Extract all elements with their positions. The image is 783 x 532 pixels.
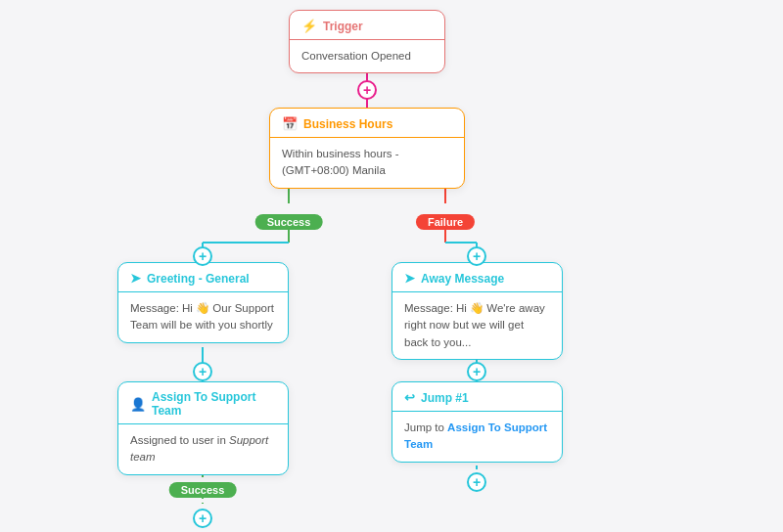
- assign-title: Assign To Support Team: [152, 390, 276, 418]
- success-badge-bottom: Success: [169, 482, 237, 498]
- success-badge: Success: [255, 214, 323, 230]
- plus-after-greeting[interactable]: +: [193, 362, 212, 381]
- business-title: Business Hours: [303, 117, 392, 131]
- greeting-title: Greeting - General: [147, 272, 250, 286]
- jump-prefix: Jump to: [404, 421, 447, 433]
- away-body-text: Message: Hi 👋 We're away right now but w…: [404, 302, 545, 348]
- greeting-body: Message: Hi 👋 Our Support Team will be w…: [118, 292, 288, 342]
- greeting-node: ➤ Greeting - General Message: Hi 👋 Our S…: [117, 262, 289, 343]
- plus-failure-branch[interactable]: +: [467, 246, 486, 266]
- greeting-header: ➤ Greeting - General: [118, 263, 288, 292]
- business-header: 📅 Business Hours: [270, 109, 464, 138]
- plus-after-away[interactable]: +: [467, 362, 486, 381]
- failure-badge: Failure: [416, 214, 475, 230]
- trigger-title: Trigger: [323, 20, 363, 33]
- workflow-canvas: ⚡ Trigger Conversation Opened + 📅 Busine…: [0, 0, 783, 532]
- business-body-text: Within business hours - (GMT+08:00) Mani…: [282, 148, 399, 176]
- jump-icon: ↩: [404, 390, 415, 405]
- greeting-body-text: Message: Hi 👋 Our Support Team will be w…: [130, 302, 274, 331]
- business-body: Within business hours - (GMT+08:00) Mani…: [270, 138, 464, 188]
- assign-icon: 👤: [130, 397, 146, 412]
- away-header: ➤ Away Message: [392, 263, 562, 292]
- assign-header: 👤 Assign To Support Team: [118, 382, 288, 424]
- away-body: Message: Hi 👋 We're away right now but w…: [392, 292, 562, 359]
- business-hours-node: 📅 Business Hours Within business hours -…: [269, 108, 465, 189]
- away-icon: ➤: [404, 271, 415, 286]
- trigger-icon: ⚡: [301, 19, 317, 33]
- away-title: Away Message: [421, 272, 504, 286]
- greeting-icon: ➤: [130, 271, 141, 286]
- jump-node: ↩ Jump #1 Jump to Assign To Support Team: [392, 381, 563, 463]
- business-icon: 📅: [282, 116, 298, 131]
- trigger-body: Conversation Opened: [290, 40, 444, 72]
- plus-after-trigger[interactable]: +: [357, 80, 377, 100]
- plus-success-branch[interactable]: +: [193, 246, 212, 266]
- trigger-body-text: Conversation Opened: [301, 50, 411, 62]
- jump-title: Jump #1: [421, 391, 469, 405]
- jump-body: Jump to Assign To Support Team: [392, 412, 562, 462]
- trigger-node: ⚡ Trigger Conversation Opened: [289, 10, 445, 73]
- assign-node: 👤 Assign To Support Team Assigned to use…: [117, 381, 289, 475]
- plus-bottom-left[interactable]: +: [193, 509, 212, 528]
- jump-header: ↩ Jump #1: [392, 382, 562, 412]
- assign-body-text: Assigned to user in Support team: [130, 434, 268, 463]
- trigger-header: ⚡ Trigger: [290, 11, 444, 40]
- assign-body: Assigned to user in Support team: [118, 424, 288, 474]
- away-node: ➤ Away Message Message: Hi 👋 We're away …: [392, 262, 563, 360]
- plus-bottom-right[interactable]: +: [467, 472, 486, 492]
